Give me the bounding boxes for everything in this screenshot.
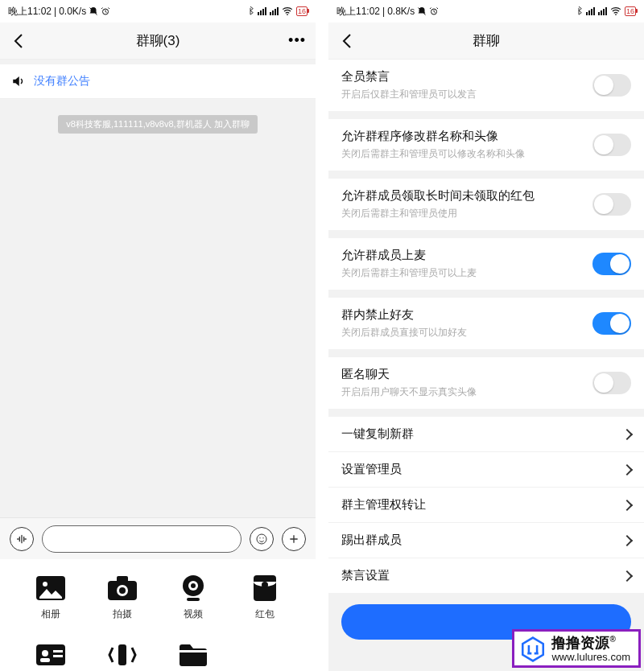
svg-point-2 <box>287 14 288 15</box>
message-input[interactable] <box>42 525 242 553</box>
folder-icon <box>178 642 208 668</box>
setting-link-label: 群主管理权转让 <box>341 497 426 513</box>
svg-point-19 <box>42 650 48 657</box>
setting-toggle-row[interactable]: 匿名聊天开启后用户聊天不显示真实头像 <box>328 357 644 409</box>
chat-title: 群聊(3) <box>29 31 287 50</box>
signal-icon <box>258 7 266 15</box>
wifi-icon <box>610 7 621 15</box>
do-not-disturb-icon <box>89 6 98 16</box>
chevron-right-icon <box>621 428 633 439</box>
setting-link-label: 禁言设置 <box>341 568 390 583</box>
gallery-icon <box>35 574 67 602</box>
setting-toggle-row[interactable]: 允许群程序修改群名称和头像关闭后需群主和管理员可以修改名称和头像 <box>328 119 644 171</box>
setting-title: 全员禁言 <box>341 69 592 84</box>
setting-toggle-row[interactable]: 群内禁止好友关闭后群成员直接可以加好友 <box>328 298 644 349</box>
settings-screen: 晚上11:02 | 0.8K/s 16 群聊 全员禁言开启后仅群主和管理员可以发… <box>328 0 644 671</box>
chevron-right-icon <box>621 534 633 545</box>
status-time: 晚上11:02 <box>336 5 380 19</box>
emoji-button[interactable] <box>250 527 274 551</box>
setting-title: 群内禁止好友 <box>341 307 592 323</box>
attach-video[interactable]: 视频 <box>162 574 225 621</box>
toggle-switch[interactable] <box>592 312 631 335</box>
sound-wave-icon <box>15 533 28 545</box>
toggle-switch[interactable] <box>592 372 631 394</box>
setting-title: 允许群成员上麦 <box>341 248 592 263</box>
toggle-switch[interactable] <box>592 193 631 216</box>
chat-screen: 晚上11:02 | 0.0K/s 16 群聊(3) ••• 没有群公告 <box>0 0 316 671</box>
svg-rect-9 <box>117 576 128 582</box>
chevron-right-icon <box>621 570 633 581</box>
setting-subtitle: 开启后仅群主和管理员可以发言 <box>341 88 592 101</box>
svg-rect-22 <box>53 655 63 657</box>
voice-input-button[interactable] <box>10 527 34 551</box>
setting-title: 匿名聊天 <box>341 367 592 382</box>
camera-icon <box>106 574 138 602</box>
setting-subtitle: 关闭后群成员直接可以加好友 <box>341 326 592 340</box>
chat-input-bar <box>0 517 316 559</box>
svg-point-27 <box>615 14 617 15</box>
svg-point-3 <box>257 534 266 544</box>
setting-toggle-row[interactable]: 允许群成员领取长时间未领取的红包关闭后需群主和管理员使用 <box>328 179 644 230</box>
svg-rect-23 <box>118 644 126 665</box>
attach-vibrate[interactable]: 振动 <box>91 640 155 671</box>
speaker-icon <box>11 74 26 89</box>
attach-file[interactable]: 文件 <box>162 640 225 671</box>
status-netspeed: 0.0K/s <box>59 6 86 17</box>
settings-navbar: 群聊 <box>328 23 644 60</box>
back-icon[interactable] <box>10 31 29 51</box>
alarm-icon <box>429 6 439 16</box>
setting-subtitle: 关闭后需群主和管理员可以修改名称和头像 <box>341 147 592 161</box>
system-message: v8科技客服,111111,v8v8v8,群机器人 加入群聊 <box>58 115 257 134</box>
svg-rect-15 <box>187 598 200 601</box>
setting-toggle-row[interactable]: 全员禁言开启后仅群主和管理员可以发言 <box>328 60 644 111</box>
plus-icon <box>287 533 300 545</box>
attach-redpacket[interactable]: 红包 <box>233 574 297 621</box>
setting-link-label: 一键复制新群 <box>341 426 414 442</box>
signal-icon <box>586 7 595 15</box>
attach-album[interactable]: 相册 <box>19 574 83 621</box>
setting-title: 允许群程序修改群名称和头像 <box>341 129 592 144</box>
setting-toggle-row[interactable]: 允许群成员上麦关闭后需群主和管理员可以上麦 <box>328 238 644 290</box>
svg-rect-21 <box>53 650 63 652</box>
smile-icon <box>255 533 268 545</box>
toggle-switch[interactable] <box>592 74 631 97</box>
bluetooth-icon <box>246 6 254 16</box>
setting-link-row[interactable]: 一键复制新群 <box>328 417 644 452</box>
battery-icon: 16 <box>625 6 636 16</box>
svg-point-14 <box>191 583 196 588</box>
watermark-logo-icon <box>519 636 547 663</box>
back-icon[interactable] <box>338 31 357 51</box>
setting-link-row[interactable]: 踢出群成员 <box>328 523 644 558</box>
attach-camera[interactable]: 拍摄 <box>91 574 155 621</box>
watermark-brand: 撸撸资源 <box>551 635 609 651</box>
setting-link-row[interactable]: 设置管理员 <box>328 452 644 488</box>
toggle-switch[interactable] <box>592 253 631 275</box>
chat-messages-area[interactable]: v8科技客服,111111,v8v8v8,群机器人 加入群聊 <box>0 99 316 517</box>
add-attachment-button[interactable] <box>282 527 306 551</box>
wifi-icon <box>282 7 293 15</box>
setting-link-label: 踢出群成员 <box>341 533 402 548</box>
status-bar: 晚上11:02 | 0.8K/s 16 <box>328 0 644 23</box>
setting-link-row[interactable]: 禁言设置 <box>328 558 644 593</box>
toggle-switch[interactable] <box>592 134 631 156</box>
status-bar: 晚上11:02 | 0.0K/s 16 <box>0 0 316 23</box>
svg-rect-24 <box>180 650 207 652</box>
watermark-url: www.lulures.com <box>551 652 630 664</box>
setting-link-label: 设置管理员 <box>341 462 402 477</box>
svg-point-7 <box>43 582 47 587</box>
contact-card-icon <box>35 643 67 667</box>
red-packet-icon <box>252 574 278 603</box>
setting-title: 允许群成员领取长时间未领取的红包 <box>341 188 592 204</box>
group-announcement[interactable]: 没有群公告 <box>0 64 316 99</box>
svg-point-4 <box>259 537 260 538</box>
battery-icon: 16 <box>296 6 308 16</box>
settings-title: 群聊 <box>357 31 615 50</box>
settings-list[interactable]: 全员禁言开启后仅群主和管理员可以发言允许群程序修改群名称和头像关闭后需群主和管理… <box>328 60 644 671</box>
attach-card[interactable]: 名片 <box>19 640 83 671</box>
svg-rect-20 <box>40 658 50 662</box>
setting-link-row[interactable]: 群主管理权转让 <box>328 488 644 523</box>
more-button[interactable]: ••• <box>287 32 306 49</box>
alarm-icon <box>101 6 110 16</box>
do-not-disturb-icon <box>417 6 427 16</box>
svg-point-5 <box>262 537 263 538</box>
